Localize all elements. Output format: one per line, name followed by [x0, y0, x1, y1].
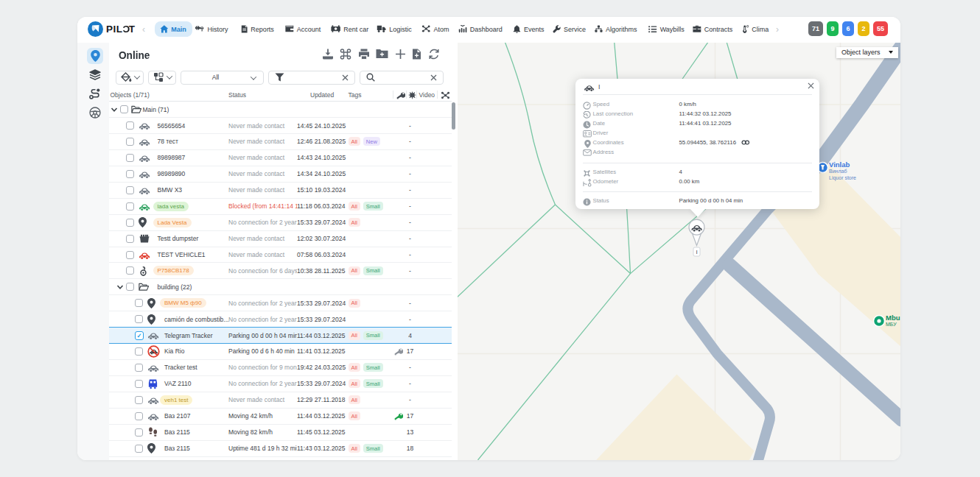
svg-text:Liquor store: Liquor store	[829, 174, 856, 180]
svg-text:I: I	[696, 249, 697, 255]
svg-text:Винлаб: Винлаб	[829, 169, 847, 174]
svg-text:Mbu: Mbu	[886, 314, 900, 322]
svg-text:МБУ: МБУ	[886, 322, 897, 327]
svg-text:Vinlab: Vinlab	[829, 160, 850, 168]
